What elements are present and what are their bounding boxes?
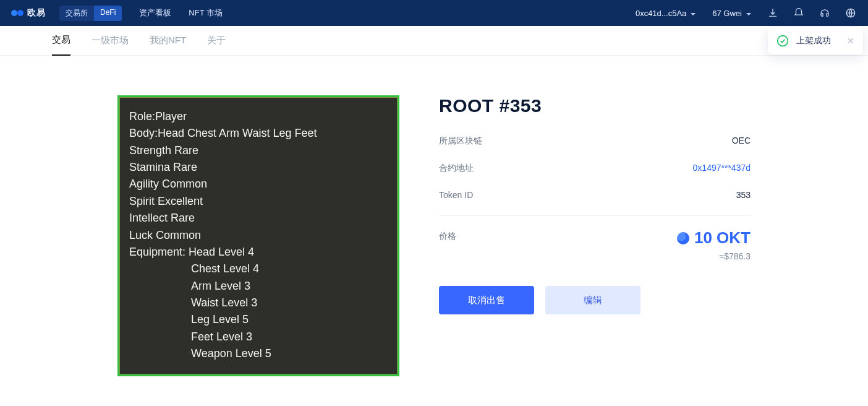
price-main: 10 OKT [677, 228, 751, 248]
nft-text-line: Equipment: Head Level 4 [129, 244, 388, 261]
nft-title: ROOT #353 [439, 95, 751, 116]
meta-list: 所属区块链 OEC 合约地址 0x1497***437d Token ID 35… [439, 127, 751, 208]
wallet-address: 0xc41d...c5Aa [636, 9, 686, 18]
tab-about[interactable]: 关于 [207, 26, 226, 56]
meta-row-contract: 合约地址 0x1497***437d [439, 155, 751, 182]
headset-icon[interactable] [819, 7, 831, 19]
price-row: 价格 10 OKT ≈$786.3 [439, 228, 751, 261]
chevron-down-icon [746, 10, 752, 16]
nft-text-line: Feet Level 3 [129, 329, 388, 345]
contract-link[interactable]: 0x1497***437d [693, 163, 751, 174]
svg-point-1 [778, 36, 788, 46]
nft-text-line: Stamina Rare [129, 159, 388, 176]
action-buttons: 取消出售 编辑 [439, 286, 751, 314]
nft-image-card: Role:Player Body:Head Chest Arm Waist Le… [117, 95, 399, 376]
wallet-dropdown[interactable]: 0xc41d...c5Aa [636, 9, 696, 18]
content: Role:Player Body:Head Chest Arm Waist Le… [0, 56, 868, 406]
tab-trade[interactable]: 交易 [52, 26, 70, 56]
nft-text-line: Leg Level 5 [129, 311, 388, 328]
detail-panel: ROOT #353 所属区块链 OEC 合约地址 0x1497***437d T… [439, 95, 751, 376]
tab-my-nft[interactable]: 我的NFT [150, 26, 186, 56]
cancel-sale-button[interactable]: 取消出售 [439, 286, 534, 314]
meta-row-chain: 所属区块链 OEC [439, 127, 751, 155]
bell-icon[interactable] [793, 7, 805, 19]
meta-label: 所属区块链 [439, 136, 482, 147]
topbar-icons [767, 7, 857, 19]
meta-label: 合约地址 [439, 163, 474, 174]
top-nav: 欧易 交易所 DeFi 资产看板 NFT 市场 0xc41d...c5Aa 67… [0, 0, 868, 26]
price-usd: ≈$786.3 [677, 251, 751, 261]
meta-label: Token ID [439, 190, 473, 200]
divider [439, 215, 751, 216]
brand-logo-icon [11, 7, 23, 19]
nft-text-line: Agility Common [129, 176, 388, 192]
tab-primary[interactable]: 一级市场 [91, 26, 129, 56]
gas-value: 67 Gwei [712, 9, 742, 18]
nft-text-line: Spirit Excellent [129, 193, 388, 210]
nft-text-line: Chest Level 4 [129, 261, 388, 277]
nav-nft-market[interactable]: NFT 市场 [189, 7, 223, 19]
gas-dropdown[interactable]: 67 Gwei [712, 9, 752, 18]
download-icon[interactable] [767, 7, 779, 19]
segment-defi[interactable]: DeFi [94, 6, 122, 21]
nft-text-line: Role:Player [129, 108, 388, 125]
nav-assets[interactable]: 资产看板 [139, 7, 171, 19]
brand[interactable]: 欧易 [11, 7, 46, 19]
close-icon[interactable]: ✕ [847, 36, 854, 46]
meta-value: 353 [736, 190, 751, 200]
nft-text-line: Strength Rare [129, 142, 388, 159]
sub-nav: 交易 一级市场 我的NFT 关于 [0, 26, 868, 56]
nft-text-line: Waist Level 3 [129, 295, 388, 311]
price-value: 10 OKT [694, 228, 751, 248]
globe-icon[interactable] [845, 7, 857, 19]
meta-value: OEC [732, 136, 751, 147]
chevron-down-icon [690, 10, 696, 16]
nft-text-line: Arm Level 3 [129, 278, 388, 295]
segment-exchange[interactable]: 交易所 [59, 6, 94, 21]
nft-text-line: Weapon Level 5 [129, 345, 388, 362]
check-circle-icon [777, 35, 789, 47]
nft-text-line: Luck Common [129, 227, 388, 244]
toast-text: 上架成功 [796, 35, 831, 46]
meta-row-token: Token ID 353 [439, 182, 751, 208]
edit-button[interactable]: 编辑 [545, 286, 640, 314]
token-icon [677, 232, 689, 244]
nft-text-line: Intellect Rare [129, 210, 388, 227]
nft-text-line: Body:Head Chest Arm Waist Leg Feet [129, 125, 388, 142]
product-segment: 交易所 DeFi [59, 6, 122, 21]
toast-success: 上架成功 ✕ [768, 27, 863, 54]
price-label: 价格 [439, 228, 456, 242]
brand-text: 欧易 [27, 7, 46, 19]
